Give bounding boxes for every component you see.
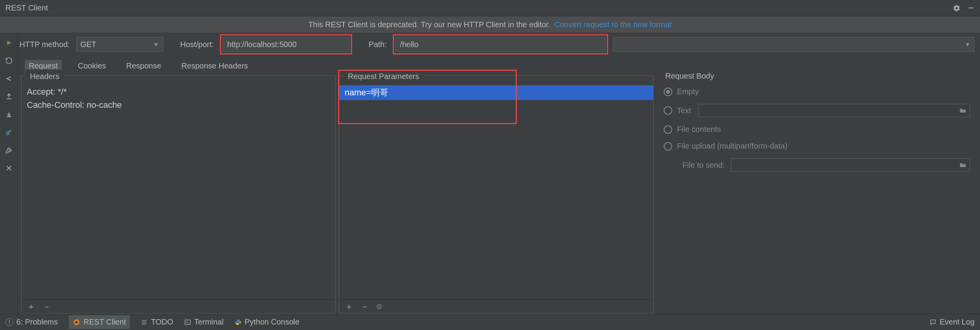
tab-response-headers[interactable]: Response Headers [178, 60, 252, 74]
back-arrow-icon[interactable] [4, 74, 14, 83]
panels: Headers Accept: */* Cache-Control: no-ca… [18, 74, 980, 314]
headers-title: Headers [25, 70, 64, 82]
request-toolbar: HTTP method: GET ▼ Host/port: http://loc… [0, 33, 980, 56]
status-bar: ! 6: Problems REST Client TODO Terminal … [0, 314, 980, 330]
add-icon[interactable]: ＋ [27, 301, 35, 312]
body-option-file-contents[interactable]: File contents [664, 125, 970, 134]
run-icon[interactable] [4, 38, 14, 47]
deprecation-banner: This REST Client is deprecated. Try our … [0, 16, 980, 33]
http-method-select[interactable]: GET ▼ [76, 37, 163, 52]
radio-icon [664, 142, 672, 151]
key-icon[interactable] [4, 128, 14, 137]
remove-icon[interactable]: － [42, 301, 51, 312]
body-option-file-upload[interactable]: File upload (multipart/form-data) [664, 142, 970, 151]
terminal-icon [184, 319, 191, 326]
status-todo[interactable]: TODO [141, 318, 173, 326]
path-label: Path: [368, 40, 387, 49]
path-highlight: /hello [393, 34, 608, 54]
body-option-label: File upload (multipart/form-data) [677, 142, 788, 151]
path-value: /hello [400, 40, 419, 49]
folder-icon[interactable] [959, 162, 966, 168]
folder-icon[interactable] [959, 108, 966, 113]
http-method-value: GET [80, 40, 96, 49]
param-item[interactable]: name=明哥 [339, 85, 653, 100]
body-text-input[interactable] [698, 104, 970, 117]
status-label: TODO [151, 318, 173, 326]
left-gutter [0, 33, 18, 314]
warning-icon: ! [5, 318, 13, 326]
status-label: REST Client [84, 318, 126, 326]
host-label: Host/port: [180, 40, 214, 49]
host-highlight: http://localhost:5000 [220, 34, 352, 54]
clear-icon[interactable] [376, 303, 383, 310]
import-icon[interactable] [4, 110, 14, 119]
close-icon[interactable] [4, 163, 14, 173]
svg-rect-0 [969, 7, 973, 8]
headers-list[interactable]: Accept: */* Cache-Control: no-cache [21, 85, 335, 299]
host-value: http://localhost:5000 [227, 40, 296, 49]
params-panel: Request Parameters name=明哥 ＋ － [339, 75, 654, 314]
status-label: Event Log [940, 318, 975, 326]
status-python-console[interactable]: Python Console [234, 318, 299, 326]
radio-icon [664, 88, 672, 96]
add-icon[interactable]: ＋ [345, 301, 353, 312]
headers-panel: Headers Accept: */* Cache-Control: no-ca… [21, 75, 336, 314]
svg-point-1 [6, 132, 9, 135]
status-event-log[interactable]: Event Log [929, 318, 975, 326]
remove-icon[interactable]: － [360, 301, 369, 312]
tab-cookies[interactable]: Cookies [74, 60, 110, 74]
status-label: 6: Problems [16, 318, 58, 326]
body-option-text[interactable]: Text [664, 104, 970, 117]
host-input[interactable]: http://localhost:5000 [223, 37, 349, 52]
radio-icon [664, 106, 672, 115]
file-to-send-row: File to send: [664, 158, 970, 172]
params-list[interactable]: name=明哥 [339, 85, 653, 299]
speech-icon [929, 319, 936, 326]
tab-response[interactable]: Response [122, 60, 165, 74]
status-rest-client[interactable]: REST Client [69, 315, 130, 329]
header-item[interactable]: Accept: */* [21, 85, 335, 98]
svg-rect-5 [185, 320, 190, 325]
replay-icon[interactable] [4, 56, 14, 65]
convert-link[interactable]: Convert request to the new format [554, 20, 671, 29]
python-icon [234, 319, 241, 326]
export-icon[interactable] [4, 92, 14, 101]
status-label: Python Console [244, 318, 299, 326]
rest-client-icon [73, 318, 80, 326]
chevron-down-icon: ▼ [153, 41, 159, 47]
window-title: REST Client [5, 4, 953, 12]
wrench-icon[interactable] [4, 146, 14, 155]
path-input[interactable]: /hello [396, 37, 605, 52]
file-to-send-input[interactable] [731, 158, 970, 172]
history-select[interactable]: ▼ [613, 37, 975, 52]
body-title: Request Body [661, 69, 719, 82]
title-bar: REST Client [0, 0, 980, 16]
body-option-label: File contents [677, 125, 721, 134]
gear-icon[interactable] [953, 4, 961, 12]
status-terminal[interactable]: Terminal [184, 318, 224, 326]
list-icon [141, 319, 148, 326]
deprecation-message: This REST Client is deprecated. Try our … [308, 20, 550, 29]
status-label: Terminal [194, 318, 224, 326]
content-area: Request Cookies Response Response Header… [18, 56, 980, 314]
params-title: Request Parameters [343, 70, 424, 82]
radio-icon [664, 125, 672, 134]
file-to-send-label: File to send: [682, 161, 725, 170]
body-option-label: Text [677, 106, 691, 115]
tabs-row: Request Cookies Response Response Header… [18, 56, 980, 74]
svg-point-4 [75, 321, 78, 323]
chevron-down-icon: ▼ [965, 41, 970, 47]
header-item[interactable]: Cache-Control: no-cache [21, 98, 335, 112]
body-panel: Request Body Empty Text [657, 75, 977, 314]
status-problems[interactable]: ! 6: Problems [5, 318, 58, 326]
minimize-icon[interactable] [968, 4, 975, 12]
method-label: HTTP method: [19, 40, 70, 49]
body-option-empty[interactable]: Empty [664, 87, 970, 96]
body-option-label: Empty [677, 87, 699, 96]
